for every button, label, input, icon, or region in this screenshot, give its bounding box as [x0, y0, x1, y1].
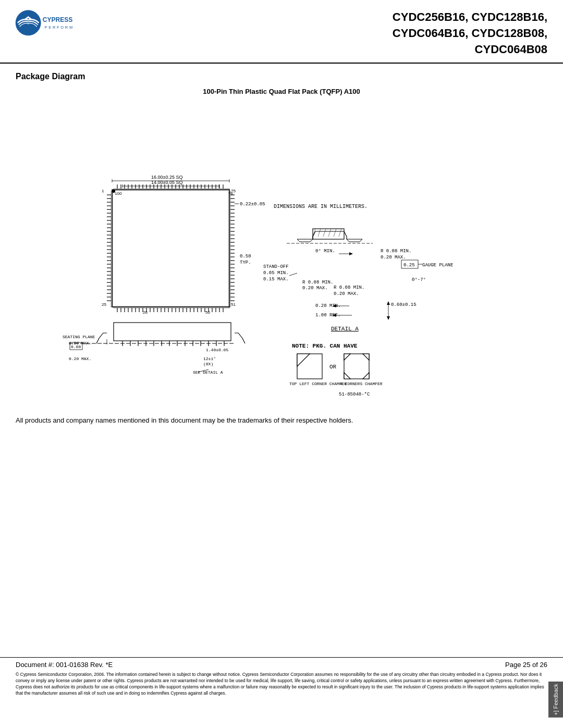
legal-text: © Cypress Semiconductor Corporation, 200… [16, 672, 547, 697]
r-upper-min: R 0.08 MIN. [381, 249, 411, 254]
diagram-container: 16.00±0.25 SQ 14.00±0.05 SQ 100 76 [16, 104, 547, 406]
standoff-label: STAND-OFF [263, 264, 289, 269]
detail-a-r020max: 0.20 MAX. [302, 286, 328, 291]
logo-area: CYPRESS PERFORM [10, 9, 78, 43]
pin-100-label: 100 [115, 191, 122, 196]
svg-line-152 [334, 229, 336, 237]
side-view-body [114, 323, 231, 341]
feedback-button[interactable]: +] Feedback [548, 682, 563, 718]
dim-050-val: 0.50 [240, 254, 251, 259]
standoff-val2: 0.15 MAX. [263, 277, 289, 282]
note-pkg-label: NOTE: PKG. CAN HAVE [292, 343, 358, 349]
detail-a-r008min: R 0.08 MIN. [302, 280, 333, 285]
page-footer: Document #: 001-01638 Rev. *E Page 25 of… [0, 657, 563, 697]
left-lead-profile [96, 333, 107, 343]
seating-plane-label: SEATING PLANE [63, 335, 95, 339]
pin-51-label: 51 [231, 302, 236, 307]
detail-0-min: 0° MIN. [315, 249, 335, 254]
r-upper-max: 0.20 MAX. [381, 255, 406, 260]
svg-rect-147 [313, 229, 344, 239]
svg-text:CYPRESS: CYPRESS [43, 16, 72, 23]
arrow-down-060 [387, 316, 390, 320]
tl-chamfer-label: TOP LEFT CORNER CHAMFER [289, 381, 347, 386]
dimensions-note: DIMENSIONS ARE IN MILLIMETERS. [274, 204, 368, 209]
document-number: Document #: 001-01638 Rev. *E [16, 661, 113, 669]
footer-trademark-note: All products and company names mentioned… [16, 416, 547, 429]
br-cut [363, 373, 369, 379]
corners-chamfer-box [344, 354, 369, 379]
svg-text:PERFORM: PERFORM [45, 25, 73, 30]
page-header: CYPRESS PERFORM CYDC256B16, CYDC128B16, … [0, 0, 563, 64]
diagram-title: 100-Pin Thin Plastic Quad Flat Pack (TQF… [16, 88, 547, 95]
document-title: CYDC256B16, CYDC128B16, CYDC064B16, CYDC… [78, 9, 547, 57]
dim-025-val: 0.25 [403, 263, 415, 268]
svg-line-160 [289, 273, 297, 276]
svg-line-151 [328, 229, 331, 237]
dim-022-val: 0.22±0.05 [240, 202, 265, 207]
corners-chamfer-label: 4 CORNERS CHAMFER [340, 381, 383, 386]
dim-140-label: 1.40±0.05 [206, 348, 228, 352]
svg-line-153 [339, 229, 341, 237]
detail-a-section [287, 229, 373, 243]
dim-typ-val: TYP. [240, 260, 251, 265]
svg-point-0 [16, 10, 41, 35]
pin-1-label: 1 [102, 189, 104, 193]
package-diagram: 16.00±0.25 SQ 14.00±0.05 SQ 100 76 [26, 104, 537, 406]
detail-a-label: DETAIL A [331, 326, 359, 332]
or-label: OR [329, 364, 337, 370]
dim-060-val: 0.60±0.15 [391, 302, 417, 307]
pin-75-label: 75 [231, 189, 236, 193]
standoff-val1: 0.05 MIN. [263, 270, 289, 276]
tr-cut [363, 354, 369, 360]
svg-line-150 [323, 229, 326, 237]
angle-0-7: 0°-7° [412, 277, 426, 282]
cypress-logo: CYPRESS PERFORM [10, 9, 73, 41]
part-number-label: 51-85048-*C [339, 392, 370, 397]
pin-26-label: 26 [143, 310, 148, 315]
dim-14-label: 14.00±0.05 SQ [151, 180, 182, 185]
main-content: Package Diagram 100-Pin Thin Plastic Qua… [0, 64, 563, 435]
pin-50-label: 50 [205, 310, 210, 315]
tl-chamfer-cut [297, 354, 310, 366]
pin1-indicator [112, 190, 115, 193]
arrow-right [349, 252, 353, 255]
document-title-area: CYDC256B16, CYDC128B16, CYDC064B16, CYDC… [78, 9, 547, 57]
section-title: Package Diagram [16, 72, 547, 81]
ic-body [112, 190, 229, 307]
r-lower-max: 0.20 MAX. [334, 291, 359, 297]
dim-020-max-label: 0.20 MAX. [69, 356, 91, 361]
r-lower-min: R 0.08 MIN. [334, 285, 364, 290]
tl-cut [344, 354, 350, 360]
page-number: Page 25 of 26 [505, 661, 547, 669]
arrow-up-060 [387, 301, 390, 305]
angle-8x-label: (8X) [203, 362, 213, 366]
pin-25-label: 25 [102, 302, 106, 307]
svg-line-149 [318, 229, 321, 237]
dim-16-label: 16.00±0.25 SQ [151, 175, 182, 180]
bl-cut [344, 373, 350, 379]
see-detail-label: SEE DETAIL A [193, 370, 223, 375]
right-lead-profile [235, 333, 245, 343]
angle-label: 12±1° [203, 356, 216, 361]
dim-160-label: 1.60 MAX. [69, 341, 91, 346]
gauge-plane-label: GAUGE PLANE [422, 263, 453, 268]
